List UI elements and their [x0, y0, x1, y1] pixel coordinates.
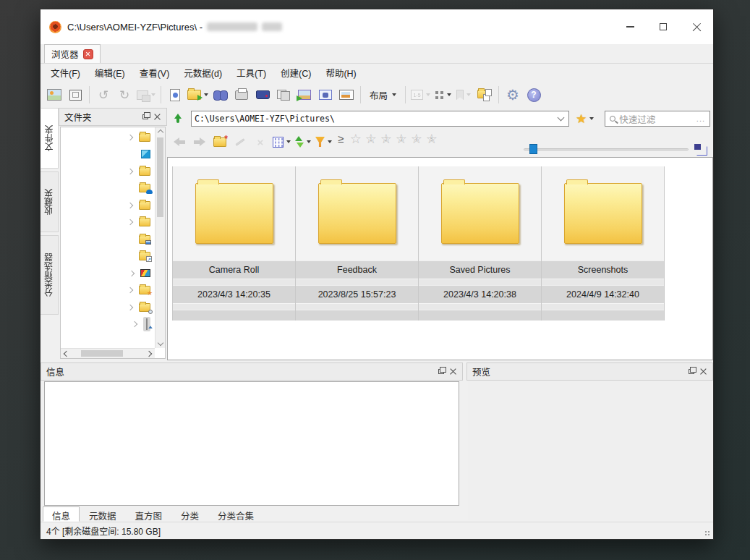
rating-star-3[interactable]: ☆3 — [393, 132, 409, 145]
close-panel-button[interactable] — [151, 111, 163, 122]
tree-item[interactable] — [61, 163, 154, 180]
parent-folder-button[interactable] — [169, 109, 187, 128]
sidebar-tab-category-filter[interactable]: 分类筛选器 — [41, 235, 59, 315]
slideshow-button[interactable] — [336, 84, 357, 106]
layout-dropdown[interactable]: 布局 — [365, 85, 401, 105]
search-button[interactable] — [210, 84, 231, 106]
scrollbar-thumb[interactable] — [81, 350, 123, 357]
tree-item[interactable] — [61, 299, 154, 316]
view-mode-dropdown[interactable] — [432, 84, 453, 106]
slider-track[interactable] — [524, 148, 689, 150]
rating-star-0[interactable]: ☆ — [348, 132, 363, 145]
quick-filter-placeholder[interactable]: 快速过滤 — [619, 112, 693, 126]
tree-item[interactable]: ↗ — [61, 248, 154, 266]
tree-item[interactable] — [61, 180, 154, 198]
chevron-down-icon[interactable] — [558, 114, 565, 122]
scrollbar-thumb[interactable] — [157, 137, 163, 217]
menu-create[interactable]: 创建(C) — [273, 64, 318, 82]
thumbnail-rows-dropdown[interactable]: 1-5 — [409, 84, 432, 106]
file-cell-camera-roll[interactable]: Camera Roll 2023/4/3 14:20:35 — [173, 166, 296, 321]
compare-button[interactable] — [273, 84, 294, 106]
tree-item-pictures-selected[interactable] — [61, 316, 154, 334]
view-image-button[interactable] — [44, 84, 64, 106]
scroll-right-icon[interactable] — [146, 351, 152, 357]
expand-chevron-icon[interactable] — [127, 219, 133, 225]
tree-item[interactable] — [61, 231, 154, 248]
float-panel-button[interactable] — [139, 111, 151, 122]
expand-chevron-icon[interactable] — [127, 287, 133, 293]
thumbnail-size-slider[interactable] — [524, 144, 689, 154]
capture-button[interactable] — [315, 84, 336, 106]
file-cell-feedback[interactable]: Feedback 2023/8/25 15:57:23 — [296, 166, 419, 321]
thumbnail-size-icon[interactable] — [696, 146, 707, 156]
new-folder-button[interactable]: * — [210, 132, 229, 151]
scroll-left-icon[interactable] — [64, 351, 69, 357]
favorites-dropdown[interactable]: ★ — [573, 111, 597, 127]
rating-star-5[interactable]: ☆5 — [424, 132, 439, 145]
path-field[interactable] — [191, 111, 569, 127]
float-panel-button[interactable] — [685, 366, 697, 377]
resize-grip[interactable] — [704, 530, 711, 537]
slider-thumb[interactable] — [529, 144, 537, 154]
filter-button[interactable] — [314, 132, 333, 151]
rename-button[interactable] — [231, 132, 250, 151]
help-button[interactable]: ? — [524, 84, 544, 106]
print-setup-button[interactable] — [252, 84, 273, 106]
file-browser-pane[interactable]: Camera Roll 2023/4/3 14:20:35 Feedback 2… — [167, 157, 713, 360]
tree-vertical-scrollbar[interactable] — [155, 127, 165, 348]
scroll-down-icon[interactable] — [158, 340, 163, 346]
tree-item[interactable] — [61, 265, 154, 282]
sidebar-tab-favorites[interactable]: 收藏夹 — [41, 171, 59, 232]
forward-button[interactable] — [190, 132, 209, 151]
bookmark-dropdown[interactable] — [453, 84, 474, 106]
tree-item[interactable] — [61, 197, 154, 214]
file-cell-screenshots[interactable]: Screenshots 2024/4/9 14:32:40 — [542, 166, 665, 321]
sidebar-tab-folders[interactable]: 文件夹 — [41, 108, 59, 169]
scroll-up-icon[interactable] — [158, 130, 163, 135]
expand-chevron-icon[interactable] — [132, 321, 137, 327]
expand-chevron-icon[interactable] — [127, 135, 133, 140]
tab-histogram[interactable]: 直方图 — [126, 506, 172, 522]
path-input[interactable] — [195, 114, 558, 124]
rotate-right-button[interactable]: ↻ — [114, 84, 135, 106]
menu-help[interactable]: 帮助(H) — [318, 64, 363, 82]
properties-button[interactable] — [165, 84, 185, 106]
menu-edit[interactable]: 编辑(E) — [88, 64, 132, 82]
expand-chevron-icon[interactable] — [127, 305, 133, 310]
menu-file[interactable]: 文件(F) — [43, 64, 88, 82]
print-button[interactable] — [231, 84, 252, 106]
rating-star-4[interactable]: ☆4 — [409, 132, 424, 145]
fullscreen-button[interactable] — [65, 84, 85, 106]
tab-category-sets[interactable]: 分类合集 — [208, 506, 263, 522]
file-cell-saved-pictures[interactable]: Saved Pictures 2023/4/3 14:20:38 — [419, 166, 542, 321]
rating-operator[interactable]: ≥ — [335, 132, 346, 145]
batch-convert-button[interactable] — [294, 84, 315, 106]
expand-chevron-icon[interactable] — [129, 271, 135, 276]
expand-chevron-icon[interactable] — [127, 203, 133, 208]
filter-options-button[interactable]: ... — [696, 114, 705, 123]
close-button[interactable] — [680, 9, 713, 44]
tab-browser[interactable]: 浏览器 — [44, 44, 101, 63]
convert-button[interactable] — [135, 84, 157, 106]
thumbnail[interactable] — [296, 166, 418, 260]
quick-filter-box[interactable]: 快速过滤 ... — [605, 111, 710, 127]
rating-star-1[interactable]: ☆1 — [363, 132, 378, 145]
maximize-button[interactable] — [647, 9, 680, 44]
menu-view[interactable]: 查看(V) — [132, 64, 177, 82]
expand-chevron-icon[interactable] — [127, 169, 133, 174]
menu-metadata[interactable]: 元数据(d) — [176, 64, 229, 82]
menu-tools[interactable]: 工具(T) — [229, 64, 273, 82]
settings-button[interactable]: ⚙ — [503, 84, 523, 106]
tree-horizontal-scrollbar[interactable] — [61, 348, 155, 358]
tab-categories[interactable]: 分类 — [171, 506, 208, 522]
thumbnail[interactable] — [173, 166, 295, 260]
tab-info[interactable]: 信息 — [43, 506, 80, 522]
close-panel-button[interactable] — [697, 366, 709, 377]
view-mode-button[interactable] — [271, 132, 292, 151]
tree-item[interactable] — [61, 214, 154, 232]
tree-item[interactable]: ★ — [61, 282, 154, 300]
close-panel-button[interactable] — [447, 366, 459, 377]
thumbnail[interactable] — [419, 166, 541, 260]
float-panel-button[interactable] — [435, 366, 447, 377]
rotate-left-button[interactable]: ↺ — [93, 84, 114, 106]
